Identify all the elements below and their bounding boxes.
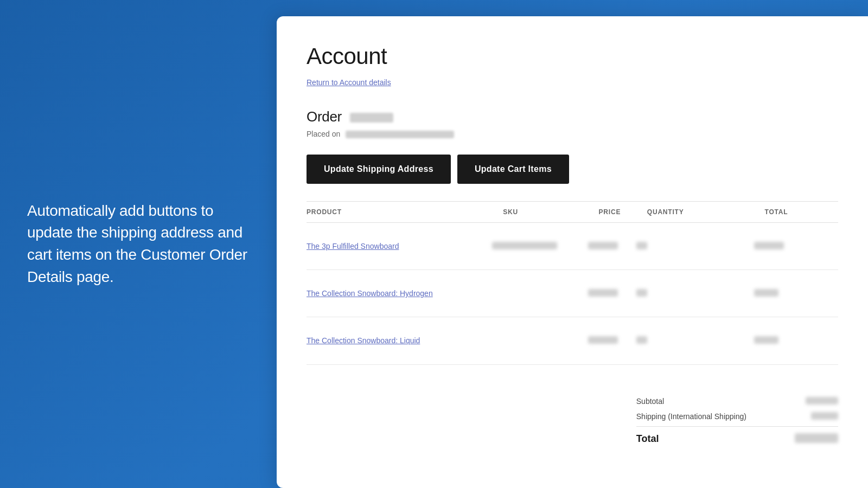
sku-cell-3	[492, 317, 588, 364]
product-link-1[interactable]: The 3p Fulfilled Snowboard	[307, 242, 399, 251]
qty-cell-1	[636, 223, 754, 270]
col-header-product: PRODUCT	[307, 202, 492, 223]
table-body: The 3p Fulfilled Snowboard The Collectio…	[307, 223, 838, 461]
shipping-label: Shipping (International Shipping)	[636, 412, 746, 421]
action-buttons: Update Shipping Address Update Cart Item…	[307, 155, 838, 184]
qty-blurred-2	[636, 289, 647, 297]
table-row: The 3p Fulfilled Snowboard	[307, 223, 838, 270]
qty-blurred-3	[636, 336, 647, 344]
product-link-2[interactable]: The Collection Snowboard: Hydrogen	[307, 289, 433, 298]
col-header-quantity: QUANTITY	[636, 202, 754, 223]
page-title: Account	[307, 43, 838, 69]
return-to-account-link[interactable]: Return to Account details	[307, 78, 838, 87]
order-section: Order Placed on	[307, 108, 838, 138]
qty-blurred-1	[636, 242, 647, 249]
total-cell-2	[754, 270, 838, 317]
price-cell-3	[588, 317, 636, 364]
price-cell-1	[588, 223, 636, 270]
subtotal-value-blurred	[806, 397, 838, 404]
qty-cell-2	[636, 270, 754, 317]
right-panel: Account Return to Account details Order …	[277, 16, 868, 488]
update-cart-items-button[interactable]: Update Cart Items	[457, 155, 569, 184]
price-cell-2	[588, 270, 636, 317]
summary-section: Subtotal Shipping (International Shippin…	[307, 364, 838, 461]
order-title: Order	[307, 108, 838, 125]
update-shipping-address-button[interactable]: Update Shipping Address	[307, 155, 451, 184]
product-link-3[interactable]: The Collection Snowboard: Liquid	[307, 336, 420, 345]
sku-cell-2	[492, 270, 588, 317]
sku-blurred-1	[492, 242, 557, 249]
price-blurred-1	[588, 242, 618, 249]
order-id-blurred	[350, 113, 393, 123]
total-blurred-2	[754, 289, 778, 297]
total-cell-3	[754, 317, 838, 364]
order-summary: Subtotal Shipping (International Shippin…	[636, 394, 838, 445]
placed-on-date-blurred	[346, 131, 454, 138]
total-cell-1	[754, 223, 838, 270]
total-blurred-1	[754, 242, 784, 249]
price-blurred-3	[588, 336, 618, 344]
total-label: Total	[636, 433, 659, 445]
subtotal-row: Subtotal	[636, 394, 838, 409]
col-header-price: PRICE	[588, 202, 636, 223]
shipping-row: Shipping (International Shipping)	[636, 409, 838, 424]
table-header: PRODUCT SKU PRICE QUANTITY TOTAL	[307, 202, 838, 223]
sku-cell-1	[492, 223, 588, 270]
promo-text: Automatically add buttons to update the …	[27, 200, 250, 288]
left-panel: Automatically add buttons to update the …	[0, 0, 277, 488]
total-row: Total	[636, 426, 838, 445]
total-blurred-3	[754, 336, 778, 344]
col-header-sku: SKU	[492, 202, 588, 223]
order-table: PRODUCT SKU PRICE QUANTITY TOTAL The 3p …	[307, 201, 838, 461]
placed-on: Placed on	[307, 130, 838, 138]
total-value-blurred	[795, 433, 838, 443]
table-row: The Collection Snowboard: Liquid	[307, 317, 838, 364]
shipping-value-blurred	[811, 412, 838, 420]
col-header-total: TOTAL	[754, 202, 838, 223]
qty-cell-3	[636, 317, 754, 364]
price-blurred-2	[588, 289, 618, 297]
subtotal-label: Subtotal	[636, 397, 664, 406]
table-row: The Collection Snowboard: Hydrogen	[307, 270, 838, 317]
